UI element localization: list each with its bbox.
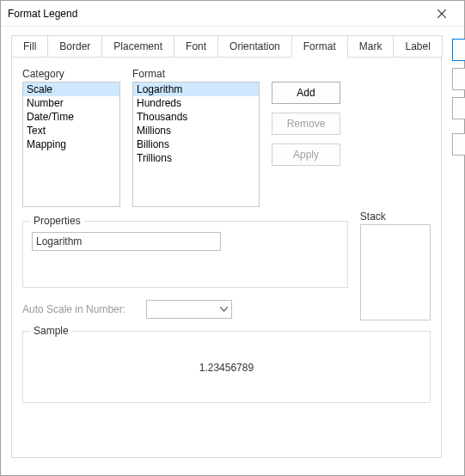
window-title: Format Legend	[8, 8, 425, 20]
tab-placement[interactable]: Placement	[101, 35, 174, 58]
sample-text: 1.23456789	[199, 362, 254, 374]
autoscale-label: Auto Scale in Number:	[22, 303, 125, 315]
format-apply-button[interactable]: Apply	[272, 143, 340, 166]
sample-group: Sample 1.23456789	[22, 331, 431, 403]
list-item[interactable]: Scale	[23, 82, 119, 96]
category-label: Category	[22, 68, 120, 80]
tab-fill[interactable]: Fill	[11, 35, 48, 58]
left-panel: FillBorderPlacementFontOrientationFormat…	[11, 35, 442, 458]
tab-orientation[interactable]: Orientation	[217, 35, 292, 58]
chevron-down-icon	[220, 307, 228, 312]
autoscale-row: Auto Scale in Number:	[22, 300, 348, 319]
tab-border[interactable]: Border	[47, 35, 102, 58]
tab-font[interactable]: Font	[174, 35, 218, 58]
list-item[interactable]: Millions	[133, 124, 259, 137]
titlebar: Format Legend	[1, 1, 464, 27]
ok-button[interactable]: OK	[452, 39, 465, 61]
add-button[interactable]: Add	[272, 82, 340, 104]
stack-listbox[interactable]	[360, 224, 431, 320]
lists-row: Category ScaleNumberDate/TimeTextMapping…	[22, 68, 431, 207]
dialog-buttons-column: OK Cancel Apply Help	[442, 35, 465, 458]
properties-legend: Properties	[30, 215, 84, 227]
autoscale-combobox[interactable]	[146, 300, 232, 319]
stack-label: Stack	[360, 211, 431, 223]
help-button[interactable]: Help	[452, 133, 465, 156]
dialog-window: Format Legend FillBorderPlacementFontOri…	[0, 0, 465, 476]
close-button[interactable]	[425, 3, 459, 24]
tab-label[interactable]: Label	[393, 35, 442, 58]
apply-button[interactable]: Apply	[452, 97, 465, 119]
list-item[interactable]: Date/Time	[23, 110, 119, 124]
stack-column: Stack	[360, 211, 431, 320]
format-column: Format LogarithmHundredsThousandsMillion…	[132, 68, 260, 207]
remove-button[interactable]: Remove	[272, 113, 340, 135]
close-icon	[437, 9, 446, 18]
list-item[interactable]: Trillions	[133, 151, 259, 165]
tab-format[interactable]: Format	[291, 35, 348, 58]
list-item[interactable]: Text	[23, 124, 119, 137]
list-item[interactable]: Hundreds	[133, 96, 259, 110]
dialog-body: FillBorderPlacementFontOrientationFormat…	[1, 27, 464, 475]
list-item[interactable]: Number	[23, 96, 119, 110]
tab-panel-format: Category ScaleNumberDate/TimeTextMapping…	[11, 57, 442, 458]
list-item[interactable]: Logarithm	[133, 82, 259, 96]
properties-group: Properties	[22, 221, 348, 288]
format-listbox[interactable]: LogarithmHundredsThousandsMillionsBillio…	[132, 82, 260, 207]
tab-mark[interactable]: Mark	[347, 35, 395, 58]
props-stack-row: Properties Auto Scale in Number:	[22, 207, 431, 320]
category-listbox[interactable]: ScaleNumberDate/TimeTextMapping	[22, 82, 120, 207]
category-column: Category ScaleNumberDate/TimeTextMapping	[22, 68, 120, 207]
properties-input[interactable]	[32, 232, 221, 251]
cancel-button[interactable]: Cancel	[452, 68, 465, 90]
list-item[interactable]: Mapping	[23, 137, 119, 151]
format-buttons-column: Add Remove Apply	[272, 68, 342, 207]
tabs: FillBorderPlacementFontOrientationFormat…	[11, 35, 442, 58]
format-label: Format	[132, 68, 260, 80]
sample-legend: Sample	[30, 325, 72, 337]
list-item[interactable]: Billions	[133, 137, 259, 151]
list-item[interactable]: Thousands	[133, 110, 259, 124]
